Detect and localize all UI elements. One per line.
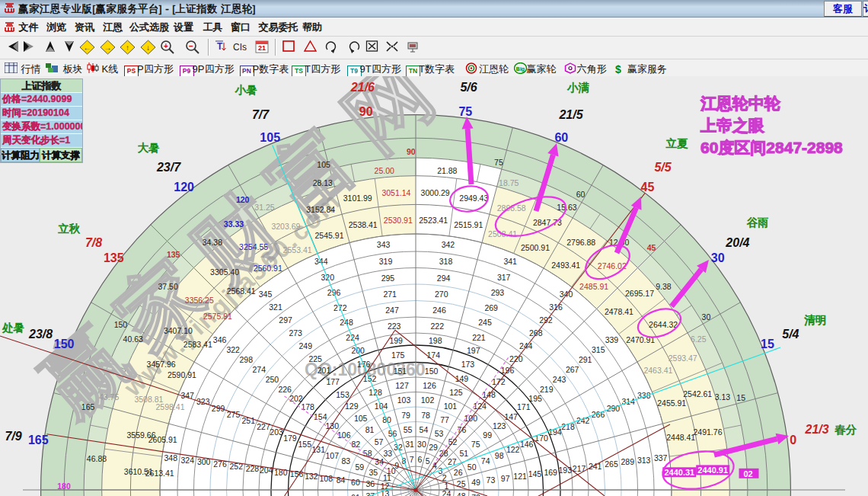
svg-text:339: 339: [605, 335, 619, 344]
svg-text:346: 346: [213, 335, 227, 344]
svg-text:3356.25: 3356.25: [185, 296, 214, 305]
svg-text:2598.41: 2598.41: [156, 402, 185, 411]
svg-text:小满: 小满: [567, 82, 589, 94]
svg-text:23/7: 23/7: [156, 161, 181, 174]
svg-text:49: 49: [471, 478, 480, 487]
svg-text:105: 105: [260, 131, 280, 144]
svg-text:2583.41: 2583.41: [183, 340, 212, 349]
svg-text:江恩轮中轮: 江恩轮中轮: [700, 94, 781, 112]
svg-text:175: 175: [391, 350, 405, 360]
svg-text:340: 340: [560, 290, 573, 299]
svg-text:2542.61: 2542.61: [683, 389, 712, 398]
svg-text:289: 289: [621, 457, 635, 466]
svg-text:75: 75: [494, 158, 503, 167]
svg-text:3101.99: 3101.99: [343, 194, 372, 203]
svg-text:60: 60: [554, 131, 568, 144]
svg-text:150: 150: [54, 338, 75, 350]
svg-text:102: 102: [421, 395, 435, 405]
svg-text:上帝之眼: 上帝之眼: [700, 117, 764, 134]
svg-text:3000.29: 3000.29: [421, 188, 450, 197]
svg-text:46.88: 46.88: [87, 454, 107, 463]
svg-text:199: 199: [389, 336, 403, 345]
svg-text:106: 106: [337, 430, 351, 440]
svg-text:小暑: 小暑: [235, 84, 257, 96]
svg-text:清明: 清明: [804, 314, 826, 326]
svg-text:5/6: 5/6: [460, 81, 477, 94]
svg-text:2538.41: 2538.41: [349, 220, 378, 229]
svg-text:153: 153: [336, 390, 349, 399]
svg-text:3203.69: 3203.69: [271, 222, 300, 231]
svg-text:9.38: 9.38: [656, 282, 672, 291]
svg-text:315: 315: [592, 345, 605, 354]
svg-text:2493.41: 2493.41: [551, 261, 580, 270]
svg-text:3305.40: 3305.40: [210, 267, 239, 277]
svg-text:342: 342: [442, 240, 455, 249]
svg-text:2560.91: 2560.91: [254, 264, 282, 273]
svg-text:219: 219: [540, 385, 554, 394]
svg-text:337: 337: [654, 453, 668, 462]
svg-text:T: T: [217, 41, 223, 52]
svg-text:2605.91: 2605.91: [148, 435, 177, 444]
svg-text:269: 269: [484, 303, 498, 312]
svg-text:314: 314: [621, 397, 635, 406]
svg-text:126: 126: [423, 381, 436, 390]
svg-text:99: 99: [483, 430, 492, 440]
svg-text:220: 220: [509, 354, 523, 363]
svg-text:60: 60: [576, 190, 586, 199]
svg-text:6: 6: [417, 455, 422, 464]
svg-text:245: 245: [478, 318, 492, 327]
svg-text:21: 21: [258, 44, 266, 52]
svg-text:54: 54: [420, 425, 429, 434]
svg-text:123: 123: [493, 421, 506, 430]
svg-text:处暑: 处暑: [2, 322, 24, 334]
svg-text:145: 145: [528, 469, 542, 478]
svg-text:2455.91: 2455.91: [657, 398, 686, 408]
svg-text:3152.84: 3152.84: [306, 205, 335, 214]
svg-text:48: 48: [457, 491, 466, 496]
svg-text:33: 33: [383, 449, 392, 458]
svg-text:45: 45: [647, 243, 656, 252]
svg-text:61: 61: [351, 493, 360, 496]
svg-text:3457.96: 3457.96: [147, 360, 176, 369]
svg-text:195: 195: [528, 394, 542, 403]
svg-text:51: 51: [459, 449, 468, 458]
svg-text:174: 174: [427, 350, 441, 360]
svg-text:108: 108: [320, 474, 333, 483]
svg-text:103: 103: [397, 395, 411, 405]
svg-text:23/8: 23/8: [28, 328, 53, 341]
svg-text:2523.41: 2523.41: [419, 216, 448, 225]
svg-text:30: 30: [711, 251, 725, 264]
svg-text:348: 348: [164, 453, 178, 462]
svg-text:317: 317: [497, 273, 511, 282]
svg-text:34.38: 34.38: [203, 238, 222, 247]
svg-text:78: 78: [421, 411, 430, 420]
svg-text:135: 135: [104, 251, 124, 264]
svg-text:6.25: 6.25: [691, 334, 707, 344]
svg-text:274: 274: [253, 365, 266, 374]
svg-text:75: 75: [458, 105, 472, 118]
svg-text:318: 318: [439, 257, 453, 266]
svg-text:298: 298: [240, 355, 254, 364]
svg-text:241: 241: [589, 462, 602, 471]
svg-text:50: 50: [468, 462, 477, 472]
svg-text:250: 250: [266, 375, 279, 384]
svg-text:249: 249: [299, 341, 313, 350]
svg-text:3.13: 3.13: [715, 392, 731, 402]
svg-text:18.75: 18.75: [499, 178, 519, 187]
svg-text:197: 197: [467, 346, 480, 355]
svg-text:←: ←: [84, 43, 91, 52]
svg-text:60度区间2847-2898: 60度区间2847-2898: [700, 139, 843, 156]
svg-text:343: 343: [377, 240, 391, 249]
svg-text:173: 173: [461, 360, 475, 369]
svg-text:21/3: 21/3: [805, 423, 829, 436]
svg-text:154: 154: [314, 412, 327, 421]
svg-text:98: 98: [495, 451, 504, 460]
svg-text:24: 24: [442, 489, 452, 496]
svg-text:2491.76: 2491.76: [694, 427, 723, 437]
svg-text:55: 55: [404, 425, 413, 434]
svg-text:148: 148: [482, 390, 496, 399]
svg-text:122: 122: [506, 445, 520, 454]
svg-text:40.63: 40.63: [123, 334, 143, 344]
svg-text:324: 324: [181, 456, 195, 465]
svg-text:151: 151: [394, 366, 407, 376]
